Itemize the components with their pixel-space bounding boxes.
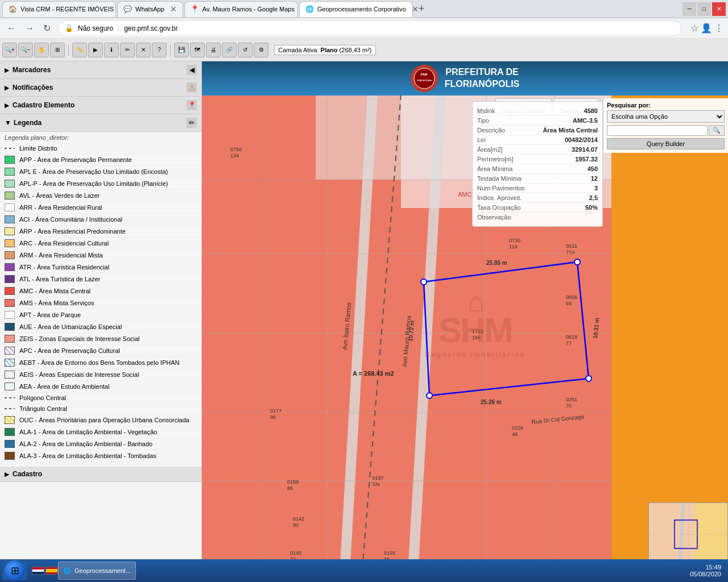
query-builder-button[interactable]: Query Builder (607, 138, 725, 149)
list-item: ALA-3 - Área de Limitação Ambiental - To… (0, 450, 201, 462)
svg-text:77: 77 (566, 340, 572, 346)
info-row-lei: Lei 00482/2014 (477, 135, 598, 145)
toolbar-layer[interactable]: 🗺 (190, 43, 205, 57)
search-text-input[interactable] (607, 125, 708, 136)
info-row-taxa: Taxa Ocupação 50% (477, 203, 598, 213)
tab-maps[interactable]: 📍 Av. Mauro Ramos - Google Maps ✕ (184, 1, 298, 17)
legend-color-aplp (5, 180, 15, 188)
arrow-marcadores: ▶ (5, 67, 9, 73)
legend-label-18: AEBT - Área de Entorno dos Bens Tombados… (19, 359, 179, 366)
list-item: ALA-2 - Área de Limitação Ambiental - Ba… (0, 438, 201, 450)
flag-us[interactable] (32, 567, 44, 575)
maximize-button[interactable]: □ (697, 2, 711, 16)
list-item: AVL - Áreas Verdes de Lazer (0, 190, 201, 202)
section-cadastro-bottom[interactable]: ▶ Cadastro (0, 467, 201, 482)
toolbar-info[interactable]: ℹ (104, 43, 119, 57)
toolbar-zoom-in[interactable]: 🔍+ (2, 43, 17, 57)
tab-whatsapp[interactable]: 💬 WhatsApp ✕ (117, 1, 183, 17)
list-item: ATR - Área Turistica Residencial (0, 261, 201, 273)
new-tab-button[interactable]: + (414, 3, 429, 15)
toolbar-help[interactable]: ? (152, 43, 167, 57)
forward-button[interactable]: → (23, 21, 36, 36)
legend-label-26: ALA-3 - Área de Limitação Ambiental - To… (19, 452, 156, 459)
tab-label-geo: Geoprocessamento Corporativo (317, 6, 406, 13)
legend-label-16: ZEIS - Zonas Especiais de Interesse Soci… (19, 335, 140, 342)
toolbar-refresh[interactable]: ↺ (238, 43, 253, 57)
account-button[interactable]: 👤 (701, 23, 712, 34)
close-button[interactable]: ✕ (712, 2, 726, 16)
tab-close-whatsapp[interactable]: ✕ (170, 5, 177, 14)
info-row-area-min: Área Mínima 450 (477, 164, 598, 174)
section-notificacoes[interactable]: ▶ Notificações ⚠ (0, 79, 201, 97)
legend-label-2: APL E - Área de Preservação Uso Limitado… (19, 168, 168, 175)
svg-text:A = 268.43 m2: A = 268.43 m2 (353, 370, 394, 377)
toolbar-measure[interactable]: 📏 (72, 43, 87, 57)
arrow-cadastro: ▶ (5, 102, 9, 109)
legend-label-21: Polígono Central (19, 394, 66, 401)
menu-button[interactable]: ⋮ (714, 23, 723, 34)
toolbar-draw[interactable]: ✏ (120, 43, 135, 57)
search-go-button[interactable]: 🔍 (709, 125, 725, 136)
taskbar-clock: 15:49 05/08/2020 (690, 564, 726, 577)
bookmark-button[interactable]: ☆ (690, 23, 698, 34)
section-marcadores[interactable]: ▶ Marcadores ◀ (0, 61, 201, 79)
toolbar-print[interactable]: 🖨 (206, 43, 221, 57)
taskbar-app-icon: 🌐 (63, 567, 71, 575)
legend-color-aue (5, 323, 15, 331)
svg-point-21 (574, 259, 580, 265)
toolbar-pan[interactable]: ✋ (34, 43, 49, 57)
toolbar-zoom-full[interactable]: ⊞ (50, 43, 65, 57)
legend-label-5: ARR - Área Residencial Rural (19, 204, 102, 211)
toolbar-zoom-out[interactable]: 🔍− (18, 43, 33, 57)
section-label-cadastro: Cadastro Elemento (13, 101, 75, 109)
legend-label-24: ALA-1 - Área de Limitação Ambiental - Ve… (19, 429, 157, 435)
toolbar-delete[interactable]: ✕ (136, 43, 151, 57)
taskbar: ⊞ 🌐 Geoprocessament... 15:49 05/08/2020 (0, 559, 728, 582)
scroll-btn-cadastro[interactable]: 📍 (187, 100, 197, 110)
info-val-pavimentos: 3 (594, 185, 598, 192)
legend-label-14: APT - Área de Parque (19, 311, 81, 318)
info-val-descricao: Área Mista Central (543, 127, 598, 134)
svg-rect-71 (694, 503, 728, 565)
legend-label-0: Limite Distrito (19, 145, 57, 152)
map-area[interactable]: PMF PREFEITURA PREFEITURA DEFLORIANÓPOLI… (202, 61, 728, 582)
legend-label-1: APP - Área de Preservação Permanente (19, 156, 132, 163)
list-item: APP - Área de Preservação Permanente (0, 154, 201, 166)
back-button[interactable]: ← (5, 21, 18, 36)
search-input-row: 🔍 (607, 125, 725, 136)
list-item: APL E - Área de Preservação Uso Limitado… (0, 166, 201, 178)
toolbar-save[interactable]: 💾 (174, 43, 189, 57)
scroll-btn-marcadores[interactable]: ◀ (187, 65, 197, 75)
list-item: OUC - Áreas Prioritárias para Operação U… (0, 414, 201, 426)
legend-subtitle: Legenda plano_diretor: (0, 132, 201, 143)
scroll-btn-legenda[interactable]: ✏ (187, 118, 197, 128)
toolbar-select[interactable]: ▶ (88, 43, 103, 57)
taskbar-flags (32, 567, 58, 575)
taskbar-app-geo[interactable]: 🌐 Geoprocessament... (58, 562, 136, 580)
reload-button[interactable]: ↻ (41, 20, 53, 36)
legend-color-ala3 (5, 452, 15, 460)
section-cadastro[interactable]: ▶ Cadastro Elemento 📍 (0, 97, 201, 114)
info-val-lei: 00482/2014 (565, 136, 598, 143)
legend-label-9: ARM - Área Residencial Mista (19, 252, 103, 259)
section-legenda[interactable]: ▼ Legenda ✏ (0, 114, 201, 132)
legend-color-zeis (5, 335, 15, 343)
start-button[interactable]: ⊞ (2, 561, 27, 580)
toolbar-settings[interactable]: ⚙ (254, 43, 268, 57)
svg-text:PREFEITURA: PREFEITURA (417, 79, 432, 82)
minimize-button[interactable]: ─ (682, 2, 696, 16)
tab-vista-crm[interactable]: 🏠 Vista CRM - REGENTE IMÓVEIS ✕ (2, 1, 116, 17)
list-item: AUE - Área de Urbanização Especial (0, 321, 201, 333)
active-layer-label: Camada Ativa: (278, 47, 319, 53)
list-item: ZEIS - Zonas Especiais de Interesse Soci… (0, 333, 201, 345)
url-bar[interactable]: 🔓 Não seguro | geo.pmf.sc.gov.br (57, 20, 681, 36)
toolbar-share[interactable]: 🔗 (222, 43, 237, 57)
arrow-notificacoes: ▶ (5, 85, 9, 91)
svg-text:25.85 m: 25.85 m (486, 260, 507, 266)
search-select[interactable]: Escolha uma Opção (607, 110, 725, 123)
flag-es[interactable] (46, 567, 58, 575)
legend-color-ala1 (5, 428, 15, 436)
legend-label-20: AEA - Área de Estudo Ambiental (19, 383, 109, 390)
tab-geo[interactable]: 🌐 Geoprocessamento Corporativo ✕ (299, 1, 413, 17)
scroll-btn-notificacoes[interactable]: ⚠ (187, 82, 197, 93)
